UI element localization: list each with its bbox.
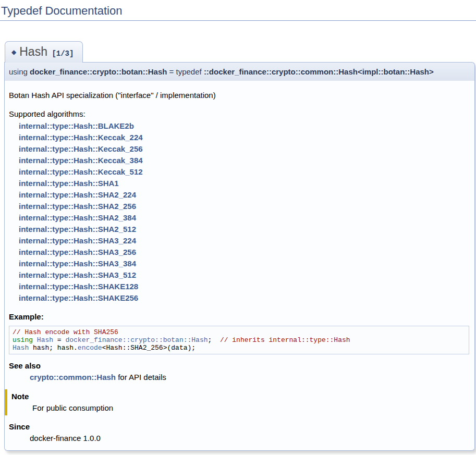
- algorithm-link[interactable]: internal::type::Hash::SHA2_224: [19, 189, 136, 201]
- code-example-block: // Hash encode with SHA256using Hash = d…: [9, 326, 469, 354]
- algorithm-link[interactable]: internal::type::Hash::BLAKE2b: [19, 120, 134, 132]
- code-comment: // inherits internal::type::Hash: [220, 336, 350, 344]
- since-section: Since docker-finance 1.0.0: [9, 422, 469, 443]
- since-heading: Since: [9, 422, 469, 432]
- see-also-link[interactable]: crypto::common::Hash: [30, 373, 116, 382]
- code-link-encode[interactable]: encode: [78, 344, 102, 352]
- member-item: using docker_finance::crypto::botan::Has…: [4, 62, 475, 451]
- decl-using-keyword: using: [9, 67, 30, 76]
- supported-algorithms-label: Supported algorithms:: [9, 109, 469, 119]
- note-section: Note For public consumption: [5, 389, 469, 415]
- member-declaration: using docker_finance::crypto::botan::Has…: [4, 62, 475, 81]
- algorithm-link[interactable]: internal::type::Hash::Keccak_224: [19, 132, 143, 143]
- code-link-botan-hash[interactable]: docker_finance::crypto::botan::Hash: [65, 336, 208, 344]
- code-comment: // Hash encode with SHA256: [13, 328, 118, 336]
- note-text: For public consumption: [32, 403, 469, 413]
- doxygen-page: Typedef Documentation ◆Hash [1/3] using …: [0, 3, 476, 455]
- see-also-section: See also crypto::common::Hash for API de…: [9, 361, 469, 382]
- permalink-diamond-icon[interactable]: ◆: [11, 48, 16, 56]
- decl-equals-typedef: = typedef: [167, 67, 203, 76]
- algorithm-link[interactable]: internal::type::Hash::SHA1: [19, 178, 119, 189]
- member-overload-badge: [1/3]: [52, 50, 74, 58]
- page-title: Typedef Documentation: [0, 3, 476, 21]
- code-line: Hash hash; hash.encode<Hash::SHA2_256>(d…: [13, 344, 466, 352]
- code-link-hash[interactable]: Hash: [37, 336, 53, 344]
- code-line: // Hash encode with SHA256: [13, 328, 466, 336]
- brief-description: Botan Hash API specialization ("interfac…: [9, 90, 469, 100]
- note-heading: Note: [11, 391, 469, 401]
- algorithm-link[interactable]: internal::type::Hash::SHA2_512: [19, 224, 136, 235]
- see-also-content: crypto::common::Hash for API details: [30, 372, 469, 382]
- algorithm-list: internal::type::Hash::BLAKE2b internal::…: [19, 120, 469, 304]
- example-heading: Example:: [9, 312, 469, 322]
- algorithm-link[interactable]: internal::type::Hash::SHA3_224: [19, 235, 136, 247]
- algorithm-link[interactable]: internal::type::Hash::SHA3_512: [19, 269, 136, 281]
- see-also-heading: See also: [9, 361, 469, 371]
- algorithm-link[interactable]: internal::type::Hash::SHA2_384: [19, 212, 136, 224]
- algorithm-link[interactable]: internal::type::Hash::SHA2_256: [19, 201, 136, 212]
- code-keyword: using: [13, 336, 33, 344]
- algorithm-link[interactable]: internal::type::Hash::SHA3_384: [19, 258, 136, 269]
- see-also-suffix: for API details: [116, 373, 166, 382]
- member-tab-name: Hash: [19, 45, 47, 58]
- typedef-member-block: ◆Hash [1/3] using docker_finance::crypto…: [4, 41, 475, 451]
- algorithm-link[interactable]: internal::type::Hash::Keccak_512: [19, 166, 143, 178]
- code-line: using Hash = docker_finance::crypto::bot…: [13, 336, 466, 344]
- decl-target-type: ::docker_finance::crypto::common::Hash<i…: [204, 67, 434, 76]
- decl-typedef-name: docker_finance::crypto::botan::Hash: [30, 67, 167, 76]
- member-documentation: Botan Hash API specialization ("interfac…: [4, 81, 475, 451]
- member-tab: ◆Hash [1/3]: [5, 41, 83, 63]
- algorithm-link[interactable]: internal::type::Hash::Keccak_256: [19, 143, 143, 155]
- algorithm-link[interactable]: internal::type::Hash::SHAKE256: [19, 292, 138, 304]
- algorithm-link[interactable]: internal::type::Hash::SHAKE128: [19, 281, 138, 292]
- code-link-hash[interactable]: Hash: [13, 344, 29, 352]
- algorithm-link[interactable]: internal::type::Hash::Keccak_384: [19, 155, 143, 166]
- example-section: Example:: [9, 312, 469, 322]
- algorithm-link[interactable]: internal::type::Hash::SHA3_256: [19, 247, 136, 258]
- since-text: docker-finance 1.0.0: [30, 433, 469, 443]
